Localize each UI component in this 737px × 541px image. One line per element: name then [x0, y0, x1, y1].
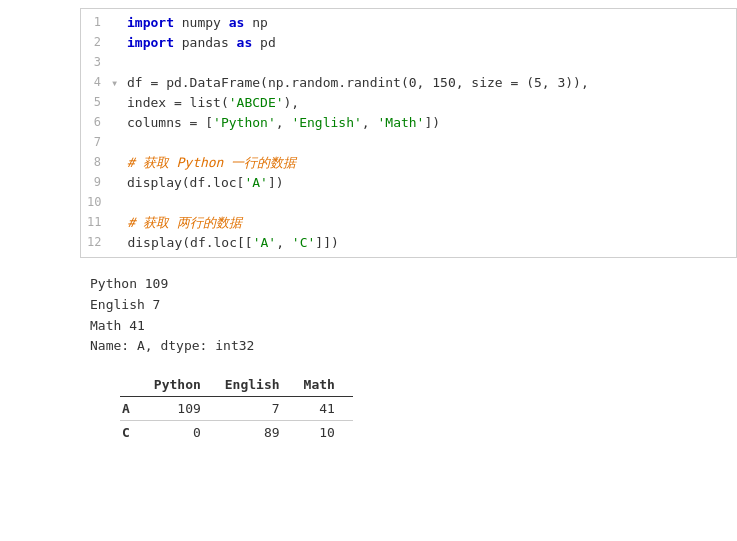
str-token: 'C'	[292, 235, 315, 250]
id-token: pandas	[174, 35, 237, 50]
table-cell: 0	[148, 421, 219, 445]
code-line: 8# 获取 Python 一行的数据	[81, 153, 736, 173]
table-cell: 109	[148, 397, 219, 421]
output-text-1: Python 109English 7Math 41Name: A, dtype…	[90, 274, 737, 357]
line-content: columns = ['Python', 'English', 'Math'])	[127, 113, 730, 133]
fold-indicator	[111, 113, 127, 133]
str-token: 'Python'	[213, 115, 276, 130]
line-content: df = pd.DataFrame(np.random.randint(0, 1…	[127, 73, 730, 93]
code-area[interactable]: 1import numpy as np2import pandas as pd3…	[80, 8, 737, 258]
table-cell: 10	[298, 421, 353, 445]
fold-indicator	[111, 153, 127, 173]
cell-label	[0, 8, 80, 258]
kw-token: as	[237, 35, 253, 50]
id-token: display(df.loc[[	[127, 235, 252, 250]
code-line: 12display(df.loc[['A', 'C']])	[81, 233, 736, 253]
id-token: columns = [	[127, 115, 213, 130]
str-token: 'A'	[253, 235, 276, 250]
id-token: ,	[276, 115, 292, 130]
line-number: 11	[87, 213, 111, 233]
fold-indicator	[111, 213, 127, 233]
fold-indicator	[111, 173, 127, 193]
comment-token: # 获取 两行的数据	[127, 215, 241, 230]
fold-indicator	[111, 133, 127, 153]
code-line: 10	[81, 193, 736, 213]
output-line: English 7	[90, 295, 737, 316]
line-number: 12	[87, 233, 111, 253]
line-number: 9	[87, 173, 111, 193]
code-line: 9display(df.loc['A'])	[81, 173, 736, 193]
line-content: # 获取 Python 一行的数据	[127, 153, 730, 173]
code-line: 3	[81, 53, 736, 73]
line-number: 10	[87, 193, 111, 213]
line-content: display(df.loc[['A', 'C']])	[127, 233, 730, 253]
comment-token: # 获取 Python 一行的数据	[127, 155, 296, 170]
line-content: import numpy as np	[127, 13, 730, 33]
id-token: pd	[252, 35, 275, 50]
line-content	[127, 53, 730, 73]
line-number: 4	[87, 73, 111, 93]
id-token: display(df.loc[	[127, 175, 244, 190]
fold-indicator	[111, 13, 127, 33]
line-number: 5	[87, 93, 111, 113]
output-table: PythonEnglishMathA109741C08910	[120, 373, 353, 444]
id-token: np	[244, 15, 267, 30]
table-row: A109741	[120, 397, 353, 421]
id-token: ]])	[315, 235, 338, 250]
table-header: Math	[298, 373, 353, 397]
line-number: 6	[87, 113, 111, 133]
output-table-container: PythonEnglishMathA109741C08910	[90, 373, 737, 444]
code-line: 7	[81, 133, 736, 153]
str-token: 'English'	[291, 115, 361, 130]
code-line: 5 index = list('ABCDE'),	[81, 93, 736, 113]
id-token: df = pd.DataFrame(np.random.randint(0, 1…	[127, 75, 589, 90]
notebook-cell: 1import numpy as np2import pandas as pd3…	[0, 0, 737, 266]
table-cell: 41	[298, 397, 353, 421]
fold-indicator	[111, 33, 127, 53]
id-token: ,	[362, 115, 378, 130]
table-cell: 89	[219, 421, 298, 445]
line-number: 2	[87, 33, 111, 53]
fold-indicator	[111, 233, 127, 253]
kw-token: import	[127, 35, 174, 50]
line-number: 8	[87, 153, 111, 173]
code-line: 11# 获取 两行的数据	[81, 213, 736, 233]
table-cell: A	[120, 397, 148, 421]
line-content: index = list('ABCDE'),	[127, 93, 730, 113]
fold-indicator	[111, 53, 127, 73]
line-content	[127, 193, 730, 213]
line-number: 1	[87, 13, 111, 33]
id-token: ])	[268, 175, 284, 190]
fold-indicator: ▾	[111, 73, 127, 93]
str-token: 'ABCDE'	[229, 95, 284, 110]
code-line: 4▾df = pd.DataFrame(np.random.randint(0,…	[81, 73, 736, 93]
fold-indicator	[111, 93, 127, 113]
code-line: 1import numpy as np	[81, 13, 736, 33]
str-token: 'Math'	[377, 115, 424, 130]
id-token: ,	[276, 235, 292, 250]
table-cell: C	[120, 421, 148, 445]
id-token: index = list(	[127, 95, 229, 110]
id-token: ])	[424, 115, 440, 130]
id-token: ),	[284, 95, 300, 110]
id-token: numpy	[174, 15, 229, 30]
table-cell: 7	[219, 397, 298, 421]
output-line: Math 41	[90, 316, 737, 337]
kw-token: import	[127, 15, 174, 30]
line-number: 7	[87, 133, 111, 153]
output-area: Python 109English 7Math 41Name: A, dtype…	[80, 266, 737, 452]
line-content: display(df.loc['A'])	[127, 173, 730, 193]
line-content: # 获取 两行的数据	[127, 213, 730, 233]
table-header	[120, 373, 148, 397]
line-number: 3	[87, 53, 111, 73]
code-line: 2import pandas as pd	[81, 33, 736, 53]
fold-indicator	[111, 193, 127, 213]
output-line: Name: A, dtype: int32	[90, 336, 737, 357]
code-line: 6 columns = ['Python', 'English', 'Math'…	[81, 113, 736, 133]
str-token: 'A'	[244, 175, 267, 190]
kw-token: as	[229, 15, 245, 30]
table-row: C08910	[120, 421, 353, 445]
table-header: English	[219, 373, 298, 397]
line-content	[127, 133, 730, 153]
line-content: import pandas as pd	[127, 33, 730, 53]
